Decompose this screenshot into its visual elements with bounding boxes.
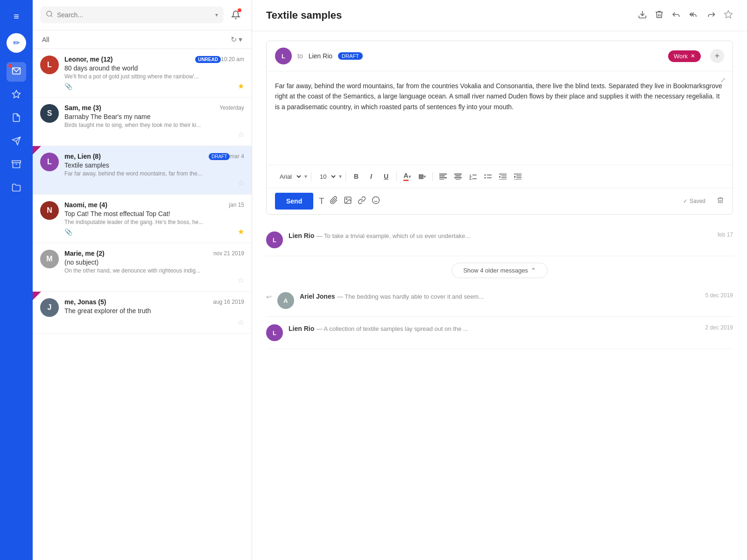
star-icon[interactable]: ☆: [238, 318, 244, 327]
attach-image-button[interactable]: [344, 196, 352, 207]
thread-preview: — A collection of textile samples lay sp…: [317, 325, 468, 332]
refresh-icon[interactable]: ↻: [231, 35, 237, 44]
thread-avatar: L: [266, 231, 283, 248]
thread-content: Ariel Jones — The bedding was hardly abl…: [300, 292, 700, 301]
svg-point-35: [346, 198, 347, 199]
star-icon[interactable]: ☆: [238, 276, 244, 285]
menu-icon[interactable]: ≡: [10, 7, 23, 26]
thread-content: Lien Rio — To take a trivial example, wh…: [289, 231, 712, 240]
bullet-list-button[interactable]: [481, 170, 494, 183]
email-list-item[interactable]: J me, Jonas (5) aug 16 2019 The great ex…: [33, 292, 252, 334]
expand-icon[interactable]: ⤢: [720, 76, 726, 84]
ordered-list-button[interactable]: 1.2.: [466, 170, 479, 183]
email-footer: ☆: [64, 130, 244, 139]
compose-button[interactable]: ✏: [7, 33, 26, 53]
archive-icon: [12, 160, 21, 171]
sidebar-item-sent[interactable]: [7, 132, 26, 152]
download-button[interactable]: [638, 10, 647, 21]
star-button[interactable]: [724, 10, 733, 21]
compose-delete-button[interactable]: [717, 196, 724, 206]
insert-emoji-button[interactable]: [372, 196, 380, 207]
align-left-button[interactable]: [437, 170, 450, 183]
email-list-item[interactable]: M Marie, me (2) nov 21 2019 (no subject)…: [33, 243, 252, 292]
thread-avatar: L: [266, 324, 283, 341]
email-list: L Leonor, me (12) UNREAD 10:20 am 80 day…: [33, 49, 252, 334]
star-icon[interactable]: ★: [238, 82, 244, 91]
saved-status: ✓ Saved: [683, 198, 705, 204]
toolbar-divider-4: [432, 172, 433, 181]
reply-button[interactable]: [671, 10, 681, 21]
format-text-button[interactable]: T: [319, 196, 324, 206]
send-button[interactable]: Send: [275, 193, 313, 210]
font-color-button[interactable]: A ▾: [401, 170, 414, 183]
sidebar: ≡ ✏: [0, 0, 33, 560]
list-options-icon[interactable]: ▾: [239, 35, 242, 44]
email-subject: 80 days around the world: [64, 64, 244, 72]
email-time: Yesterday: [219, 105, 244, 111]
email-body: Naomi, me (4) jan 15 Top Cat! The most e…: [64, 201, 244, 236]
search-dropdown-icon[interactable]: ▾: [215, 12, 218, 18]
attachment-icon: 📎: [64, 83, 72, 90]
underline-button[interactable]: U: [380, 170, 393, 183]
star-icon[interactable]: ★: [238, 227, 244, 236]
show-older-messages-button[interactable]: Show 4 older messages ⌃: [266, 256, 733, 285]
show-older-inner[interactable]: Show 4 older messages ⌃: [451, 263, 548, 278]
email-list-item[interactable]: N Naomi, me (4) jan 15 Top Cat! The most…: [33, 195, 252, 243]
search-icon: [46, 10, 53, 20]
italic-button[interactable]: I: [365, 170, 378, 183]
bold-button[interactable]: B: [350, 170, 363, 183]
reply-arrow-icon: ↩: [266, 293, 272, 301]
search-input-wrap[interactable]: ▾: [40, 7, 224, 23]
thread-sender: Lien Rio: [289, 232, 314, 239]
email-list-item[interactable]: S Sam, me (3) Yesterday Barnaby The Bear…: [33, 98, 252, 146]
sidebar-item-archive[interactable]: [7, 155, 26, 175]
avatar: L: [40, 56, 59, 74]
align-center-button[interactable]: [451, 170, 465, 183]
notification-button[interactable]: [227, 7, 244, 23]
compose-area: L to Lien Rio DRAFT Work ✕ + ⤢ Far far a…: [266, 41, 733, 215]
highlight-button[interactable]: ▨ ▾: [416, 170, 429, 183]
svg-line-7: [51, 15, 52, 17]
notification-badge: [238, 8, 241, 12]
work-tag-remove-button[interactable]: ✕: [691, 53, 695, 59]
delete-button[interactable]: [655, 10, 664, 21]
expand-icon: ⌃: [531, 267, 536, 274]
search-input[interactable]: [57, 11, 211, 19]
thread-message: L Lien Rio — To take a trivial example, …: [266, 224, 733, 256]
list-header-actions[interactable]: ↻ ▾: [231, 35, 242, 44]
star-icon[interactable]: ☆: [238, 179, 244, 188]
email-list-item[interactable]: L Leonor, me (12) UNREAD 10:20 am 80 day…: [33, 49, 252, 98]
font-chevron-icon[interactable]: ▾: [304, 173, 307, 180]
add-tag-button[interactable]: +: [710, 49, 724, 63]
font-family-select[interactable]: Arial: [275, 171, 303, 182]
indent-decrease-button[interactable]: [496, 170, 509, 183]
forward-button[interactable]: [707, 10, 716, 21]
size-chevron-icon[interactable]: ▾: [339, 173, 342, 180]
thread-preview: — The bedding was hardly able to cover i…: [337, 293, 484, 300]
sidebar-item-drafts[interactable]: [7, 109, 26, 128]
email-view: Textile samples L: [252, 0, 747, 560]
insert-link-button[interactable]: [358, 196, 366, 207]
compose-text-area[interactable]: ⤢ Far far away, behind the word mountain…: [267, 71, 733, 165]
compose-body-text[interactable]: Far far away, behind the word mountains,…: [275, 81, 724, 112]
compose-to-name: Lien Rio: [309, 52, 332, 60]
thread-sender: Lien Rio: [289, 325, 314, 332]
indent-increase-button[interactable]: [511, 170, 524, 183]
thread-date: feb 17: [718, 231, 733, 238]
email-meta: Naomi, me (4) jan 15: [64, 201, 244, 209]
email-view-actions: [638, 10, 733, 21]
email-footer: ☆: [64, 179, 244, 188]
email-list-item[interactable]: L me, Lien (8) DRAFT mar 4 Textile sampl…: [33, 146, 252, 195]
sidebar-item-starred[interactable]: [7, 85, 26, 105]
svg-text:2.: 2.: [469, 176, 472, 180]
thread-message: ↩ A Ariel Jones — The bedding was hardly…: [266, 285, 733, 317]
unread-badge: UNREAD: [195, 56, 221, 63]
sidebar-item-folders[interactable]: [7, 179, 26, 198]
attach-file-button[interactable]: [330, 196, 338, 207]
email-subject: (no subject): [64, 259, 244, 266]
star-icon[interactable]: ☆: [238, 130, 244, 139]
reply-all-button[interactable]: [688, 10, 699, 21]
thread-date: 2 dec 2019: [705, 324, 733, 331]
sidebar-item-inbox[interactable]: [7, 62, 26, 82]
font-size-select[interactable]: 10: [315, 171, 337, 182]
